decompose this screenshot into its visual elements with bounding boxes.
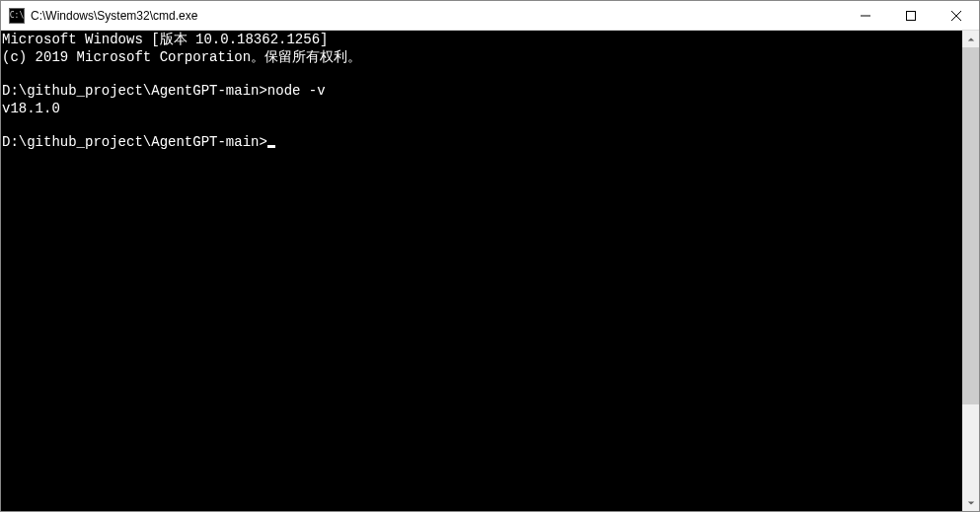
cmd-icon: C:\ <box>9 8 25 24</box>
console-line <box>2 117 962 134</box>
scrollbar-track[interactable] <box>962 47 979 494</box>
window-controls <box>843 1 979 30</box>
console-wrapper: Microsoft Windows [版本 10.0.18362.1256](c… <box>1 31 979 511</box>
titlebar[interactable]: C:\ C:\Windows\System32\cmd.exe <box>1 1 979 31</box>
console-line: D:\github_project\AgentGPT-main>node -v <box>2 83 962 101</box>
prompt-text: D:\github_project\AgentGPT-main> <box>2 134 267 150</box>
vertical-scrollbar[interactable] <box>962 31 979 511</box>
scrollbar-thumb[interactable] <box>962 47 979 404</box>
svg-rect-1 <box>907 11 916 20</box>
command-text: node -v <box>267 83 326 99</box>
chevron-down-icon <box>967 499 975 507</box>
cmd-window: C:\ C:\Windows\System32\cmd.exe Microsof… <box>0 0 980 512</box>
minimize-button[interactable] <box>843 1 888 30</box>
scrollbar-up-button[interactable] <box>962 31 979 47</box>
console-line: Microsoft Windows [版本 10.0.18362.1256] <box>2 32 962 49</box>
console-area[interactable]: Microsoft Windows [版本 10.0.18362.1256](c… <box>1 31 962 511</box>
console-line <box>2 66 962 83</box>
close-button[interactable] <box>934 1 979 30</box>
console-line: D:\github_project\AgentGPT-main> <box>2 134 962 152</box>
minimize-icon <box>861 11 870 21</box>
console-line: v18.1.0 <box>2 101 962 118</box>
close-icon <box>951 11 961 21</box>
maximize-button[interactable] <box>888 1 934 30</box>
cursor <box>267 145 275 148</box>
window-title: C:\Windows\System32\cmd.exe <box>31 9 843 23</box>
scrollbar-down-button[interactable] <box>962 494 979 511</box>
prompt-text: D:\github_project\AgentGPT-main> <box>2 83 267 99</box>
console-line: (c) 2019 Microsoft Corporation。保留所有权利。 <box>2 49 962 67</box>
maximize-icon <box>906 11 916 21</box>
chevron-up-icon <box>967 36 975 43</box>
cmd-icon-text: C:\ <box>10 12 24 20</box>
